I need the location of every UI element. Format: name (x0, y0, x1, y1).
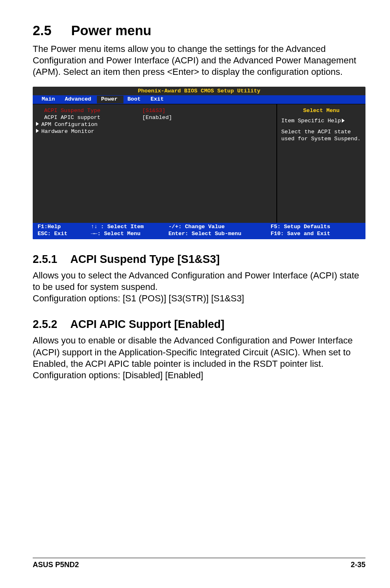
key-exit: ESC: Exit (38, 231, 91, 238)
key-help: F1:Help (38, 224, 91, 231)
footer-divider (33, 558, 365, 558)
list-item[interactable]: Hardware Monitor (36, 128, 269, 135)
footer-left: ASUS P5ND2 (33, 561, 79, 569)
item-value: [Enabled] (142, 114, 172, 121)
leftright-arrows-icon (91, 231, 97, 237)
tab-boot[interactable]: Boot (123, 96, 146, 103)
body-text: Configuration options: [S1 (POS)] [S3(ST… (33, 293, 365, 304)
key-select-menu: : Select Menu (97, 231, 140, 237)
key-save-exit: F10: Save and Exit (271, 231, 361, 238)
right-triangle-icon (342, 119, 345, 123)
tab-main[interactable]: Main (38, 96, 61, 103)
tab-advanced[interactable]: Advanced (61, 96, 97, 103)
submenu-triangle-icon (36, 129, 39, 133)
list-item[interactable]: APM Configuration (36, 121, 269, 128)
right-pane-title: Select Menu (281, 108, 361, 114)
tab-exit[interactable]: Exit (146, 96, 169, 103)
section-title: Power menu (71, 23, 151, 38)
bios-menubar: Main Advanced Power Boot Exit (33, 95, 365, 104)
list-item[interactable]: ACPI APIC support [Enabled] (36, 114, 269, 121)
key-select-item: : Select Item (101, 224, 143, 230)
subsection-title: ACPI APIC Support [Enabled] (70, 318, 224, 330)
bios-body: ACPI Suspend Type [S1&S3] ACPI APIC supp… (33, 104, 365, 223)
subsection-heading: 2.5.2ACPI APIC Support [Enabled] (33, 318, 365, 331)
key-setup-defaults: F5: Setup Defaults (271, 224, 361, 231)
intro-paragraph: The Power menu items allow you to change… (33, 43, 365, 78)
key-change-value: -/+: Change Value (168, 224, 271, 231)
key-enter-submenu: Enter: Select Sub-menu (168, 231, 271, 238)
subsection-number: 2.5.1 (33, 253, 70, 266)
body-text: Allows you to enable or disable the Adva… (33, 335, 365, 381)
right-pane-body: Item Specific Help Select the ACPI state… (281, 118, 361, 143)
help-text: Select the ACPI state used for System Su… (281, 129, 361, 143)
bios-left-pane: ACPI Suspend Type [S1&S3] ACPI APIC supp… (33, 104, 276, 223)
footer-page-number: 2-35 (351, 561, 365, 569)
help-label: Item Specific Help (281, 118, 341, 124)
page-footer: ASUS P5ND2 2-35 (33, 558, 365, 569)
bios-title: Phoenix-Award BIOS CMOS Setup Utility (33, 87, 365, 95)
submenu-triangle-icon (36, 122, 39, 126)
item-label: ACPI APIC support (44, 114, 101, 121)
subsection-heading: 2.5.1ACPI Suspend Type [S1&S3] (33, 253, 365, 266)
updown-arrows-icon (91, 224, 97, 230)
body-text: Allows you to select the Advanced Config… (33, 270, 365, 293)
item-label: Hardware Monitor (41, 128, 94, 135)
bios-right-pane: Select Menu Item Specific Help Select th… (276, 104, 365, 223)
item-label: APM Configuration (41, 121, 98, 128)
bios-screenshot: Phoenix-Award BIOS CMOS Setup Utility Ma… (33, 87, 365, 239)
tab-power[interactable]: Power (97, 96, 123, 103)
section-number: 2.5 (33, 23, 71, 38)
bios-footer: F1:Help ESC: Exit : Select Item : Select… (33, 223, 365, 239)
subsection-title: ACPI Suspend Type [S1&S3] (70, 253, 220, 265)
subsection-number: 2.5.2 (33, 318, 70, 331)
item-label: ACPI Suspend Type (44, 108, 101, 114)
item-value: [S1&S3] (142, 108, 166, 114)
section-heading: 2.5Power menu (33, 23, 365, 38)
list-item[interactable]: ACPI Suspend Type [S1&S3] (36, 108, 269, 114)
